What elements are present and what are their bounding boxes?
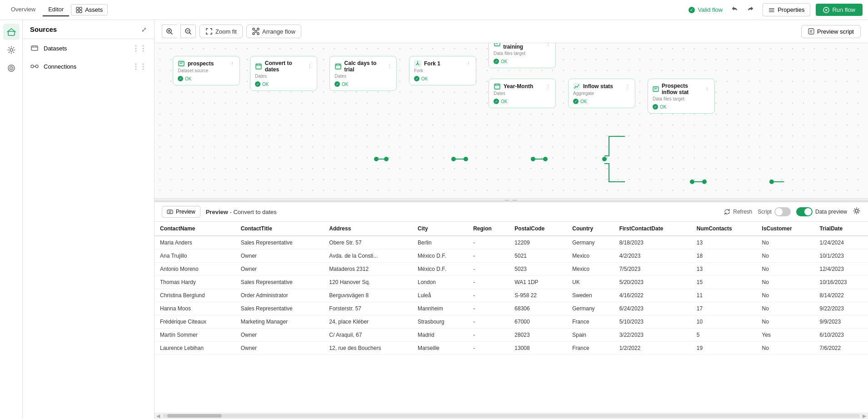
flow-node-check-fork1: ✓ [414,76,419,81]
preview-eye-icon [167,209,173,215]
col-header-city[interactable]: City [412,222,468,236]
col-header-iscustomer[interactable]: IsCustomer [757,222,814,236]
scrollbar-thumb[interactable] [167,414,222,418]
cell-2-0: Antonio Moreno [155,263,235,276]
nav-icon-home[interactable] [3,24,20,40]
flow-node-header: prospects ⋮ [178,60,235,67]
col-header-region[interactable]: Region [468,222,509,236]
flow-node-check-prospects_inflow_stat: ✓ [653,104,658,110]
data-table-container[interactable]: ContactNameContactTitleAddressCityRegion… [155,222,868,413]
table-row[interactable]: Laurence LebihanOwner12, rue des Boucher… [155,342,868,355]
col-header-contacttitle[interactable]: ContactTitle [235,222,324,236]
left-icon-panel [0,20,23,419]
flow-node-menu-prospects_inflow_stat[interactable]: ⋮ [705,86,710,92]
redo-button[interactable] [743,3,757,17]
col-header-contactname[interactable]: ContactName [155,222,235,236]
col-header-address[interactable]: Address [324,222,412,236]
svg-rect-6 [769,11,774,12]
cell-8-9: No [757,342,814,355]
assets-icon [76,7,82,13]
properties-button[interactable]: Properties [763,3,810,16]
nav-icon-settings[interactable] [3,42,20,58]
flow-node-menu-inflow_stats[interactable]: ⋮ [625,84,630,90]
connections-options[interactable]: ⋮⋮ [132,62,147,71]
table-row[interactable]: Christina BerglundOrder AdministratorBer… [155,289,868,302]
scrollbar-track[interactable] [163,414,860,418]
cell-6-9: No [757,315,814,329]
flow-node-fork1[interactable]: Fork 1 ⋮ Fork ✓ OK [409,56,476,85]
zoom-fit-button[interactable]: Zoom fit [200,25,243,38]
flow-node-menu-fork1[interactable]: ⋮ [466,61,471,67]
cell-8-6: France [567,342,614,355]
table-row[interactable]: Frédérique CiteauxMarketing Manager24, p… [155,315,868,329]
refresh-button[interactable]: Refresh [724,209,752,215]
canvas[interactable]: prospects ⋮ Dataset source ✓ OK Convert … [155,43,868,198]
flow-node-title-calc_days_to_trial: Calc days to trial [344,60,387,73]
flow-node-subtitle-prospects_inflow_stat: Data files target [653,96,710,101]
table-row[interactable]: Hanna MoosSales RepresentativeForsterstr… [155,302,868,315]
cell-6-10: 9/9/2023 [814,315,868,329]
flow-node-prospect_training[interactable]: Prospect training ⋮ Data files target ✓ … [489,43,556,68]
sidebar-item-datasets[interactable]: Datasets ⋮⋮ [23,39,154,57]
cell-7-3: Madrid [412,329,468,342]
scroll-left-arrow[interactable]: ◀ [156,413,160,419]
flow-node-year_month[interactable]: Year-Month ⋮ Dates ✓ OK [489,79,556,108]
data-preview-toggle-group: Data preview [796,207,847,216]
preview-tab-button[interactable]: Preview [162,206,200,218]
h-scrollbar[interactable]: ◀ ▶ [155,413,868,419]
table-settings-button[interactable] [853,207,861,217]
cell-2-5: 5023 [509,263,567,276]
flow-node-calc_days_to_trial[interactable]: Calc days to trial ⋮ Dates ✓ OK [329,56,397,91]
sidebar-item-connections[interactable]: Connections ⋮⋮ [23,57,154,75]
col-header-firstcontactdate[interactable]: FirstContactDate [614,222,691,236]
cell-0-3: Berlin [412,236,468,249]
tab-overview[interactable]: Overview [5,3,41,16]
flow-node-menu-prospects[interactable]: ⋮ [230,61,235,67]
col-header-postalcode[interactable]: PostalCode [509,222,567,236]
flow-node-inflow_stats[interactable]: Inflow stats ⋮ Aggregate ✓ OK [568,79,635,108]
arrange-flow-button[interactable]: Arrange flow [246,25,301,38]
flow-node-prospects_inflow_stat[interactable]: Prospects inflow stat ⋮ Data files targe… [648,79,715,114]
data-preview-toggle-switch[interactable] [796,207,813,216]
datasets-options[interactable]: ⋮⋮ [132,44,147,53]
cell-4-4: - [468,289,509,302]
data-table: ContactNameContactTitleAddressCityRegion… [155,222,868,355]
cell-4-5: S-958 22 [509,289,567,302]
undo-button[interactable] [728,3,742,17]
col-header-country[interactable]: Country [567,222,614,236]
scroll-right-arrow[interactable]: ▶ [863,413,866,419]
cell-4-6: Sweden [567,289,614,302]
nav-icon-target[interactable] [3,60,20,76]
svg-rect-0 [76,7,79,10]
zoom-in-button[interactable] [162,25,177,38]
cell-1-5: 5021 [509,249,567,263]
svg-rect-41 [256,64,261,69]
cell-8-2: 12, rue des Bouchers [324,342,412,355]
table-row[interactable]: Maria AndersSales RepresentativeObere St… [155,236,868,249]
flow-node-menu-year_month[interactable]: ⋮ [546,84,551,90]
tab-assets[interactable]: Assets [71,4,108,15]
cell-2-10: 12/4/2023 [814,263,868,276]
preview-script-button[interactable]: Preview script [801,25,861,38]
zoom-fit-icon [205,28,213,35]
table-row[interactable]: Ana TrujilloOwnerAvda. de la Consti...Mé… [155,249,868,263]
sidebar-expand-icon[interactable]: ⤢ [141,26,147,33]
table-row[interactable]: Thomas HardySales Representative120 Hano… [155,276,868,289]
flow-node-menu-calc_days_to_trial[interactable]: ⋮ [387,64,392,70]
flow-node-convert_to_dates[interactable]: Convert to dates ⋮ Dates ✓ OK [250,56,317,91]
cell-5-1: Sales Representative [235,302,324,315]
zoom-out-button[interactable] [180,25,196,38]
table-row[interactable]: Martín SommerOwnerC/ Araquil, 67Madrid-2… [155,329,868,342]
script-toggle-switch[interactable] [774,207,791,216]
flow-node-menu-prospect_training[interactable]: ⋮ [546,43,551,47]
tab-editor[interactable]: Editor [43,3,69,16]
cell-1-1: Owner [235,249,324,263]
arrange-flow-icon [252,28,259,35]
table-row[interactable]: Antonio MorenoOwnerMataderos 2312México … [155,263,868,276]
run-flow-button[interactable]: Run flow [816,4,863,16]
flow-node-prospects[interactable]: prospects ⋮ Dataset source ✓ OK [173,56,240,85]
datasets-icon [30,44,39,53]
flow-node-menu-convert_to_dates[interactable]: ⋮ [307,64,312,70]
col-header-numcontacts[interactable]: NumContacts [691,222,757,236]
col-header-trialdate[interactable]: TrialDate [814,222,868,236]
